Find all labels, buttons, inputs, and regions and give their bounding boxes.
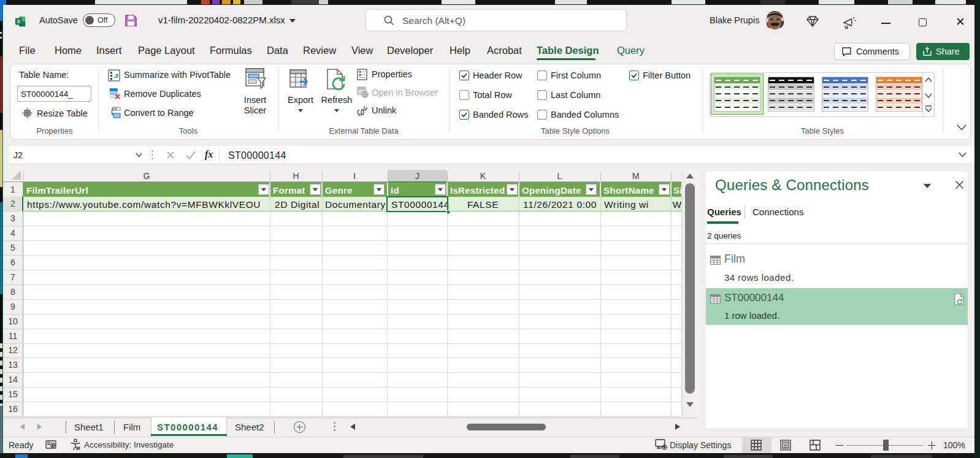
svg-text:X: X: [17, 18, 20, 25]
